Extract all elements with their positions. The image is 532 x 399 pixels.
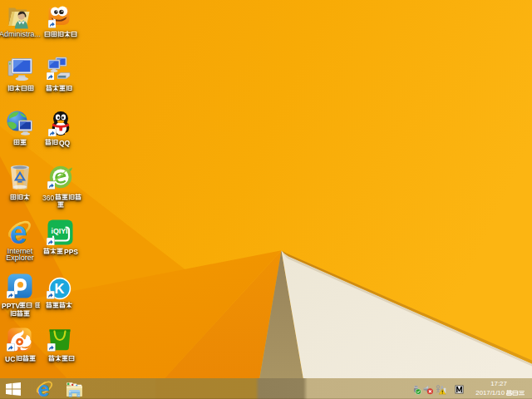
svg-text:PPS: PPS <box>64 248 78 256</box>
svg-text:e: e <box>9 219 27 246</box>
svg-text:360: 360 <box>42 194 54 202</box>
svg-text:PPTV: PPTV <box>2 302 21 310</box>
svg-text:UC: UC <box>5 355 15 363</box>
svg-text:K: K <box>55 281 65 296</box>
svg-text:QQ: QQ <box>59 139 71 147</box>
svg-text:iQIYI: iQIYI <box>52 227 68 235</box>
